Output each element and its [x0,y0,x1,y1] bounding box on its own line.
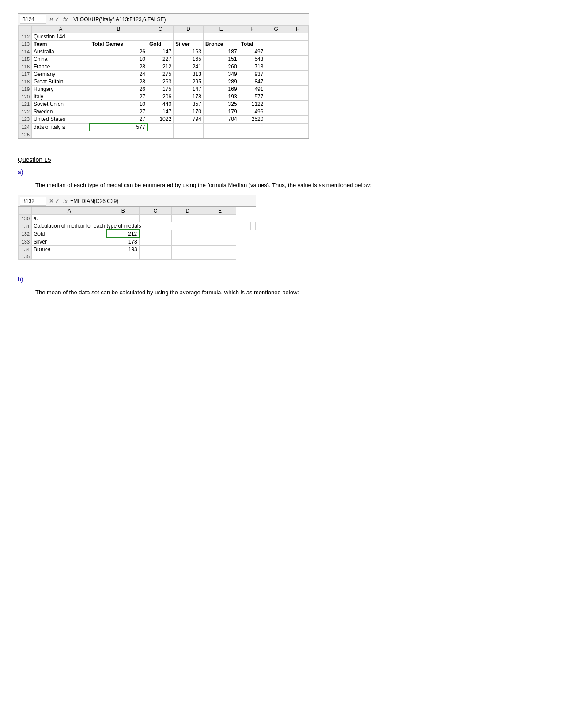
cell[interactable] [32,253,107,260]
cell[interactable] [251,222,256,230]
cell[interactable] [287,48,309,56]
cell[interactable]: 704 [203,116,239,124]
cell[interactable]: 295 [174,78,204,86]
cell[interactable]: Australia [32,48,90,56]
cell[interactable] [287,86,309,93]
cell[interactable]: a. [32,215,107,222]
cell[interactable]: Gold [147,41,174,48]
cell[interactable] [204,238,236,246]
cell[interactable]: 147 [174,86,204,93]
cell[interactable] [203,123,239,131]
cell[interactable]: Bronze [203,41,239,48]
cell[interactable] [32,131,90,138]
cell[interactable]: 577 [90,123,147,131]
cell[interactable]: China [32,56,90,63]
cell[interactable]: 27 [90,108,147,116]
cell[interactable]: Soviet Union [32,101,90,108]
cell[interactable]: 313 [174,71,204,78]
cell[interactable] [90,33,147,41]
cell[interactable]: France [32,63,90,71]
cell[interactable]: 193 [203,93,239,101]
cell[interactable] [287,71,309,78]
cell[interactable]: 937 [239,71,265,78]
cell[interactable] [265,41,287,48]
cell[interactable]: 847 [239,78,265,86]
cell[interactable]: Calculation of median for each type of m… [32,222,236,230]
cell[interactable]: 263 [147,78,174,86]
cell[interactable] [287,93,309,101]
cell[interactable] [287,78,309,86]
cell[interactable]: 491 [239,86,265,93]
cell[interactable]: 1122 [239,101,265,108]
cell[interactable]: 289 [203,78,239,86]
cell[interactable] [236,222,241,230]
cell[interactable] [265,108,287,116]
cell[interactable]: data of italy a [32,123,90,131]
cell[interactable]: 357 [174,101,204,108]
cell[interactable] [147,33,174,41]
cell[interactable]: 2520 [239,116,265,124]
cell[interactable] [265,78,287,86]
cell[interactable] [265,71,287,78]
cell[interactable] [246,222,251,230]
cell[interactable]: 497 [239,48,265,56]
cell[interactable] [265,116,287,124]
cell[interactable]: 179 [203,108,239,116]
cell[interactable]: 212 [107,230,139,238]
cell[interactable]: 27 [90,93,147,101]
cell[interactable]: Hungary [32,86,90,93]
cell[interactable] [287,123,309,131]
cell[interactable]: 260 [203,63,239,71]
cell[interactable] [174,123,204,131]
cell[interactable] [239,131,265,138]
cell[interactable] [287,108,309,116]
cell[interactable] [203,33,239,41]
cell[interactable] [265,86,287,93]
cell[interactable] [171,238,204,246]
cell[interactable]: Total Games [90,41,147,48]
cell-ref-2[interactable]: B132 [20,197,46,206]
cell[interactable]: 275 [147,71,174,78]
cell[interactable]: 178 [174,93,204,101]
cell[interactable]: Total [239,41,265,48]
cell[interactable] [90,131,147,138]
cell[interactable]: 169 [203,86,239,93]
cell[interactable]: 206 [147,93,174,101]
cell[interactable]: Team [32,41,90,48]
cell[interactable]: 151 [203,56,239,63]
cell[interactable] [265,63,287,71]
cell[interactable] [203,131,239,138]
cell[interactable]: 325 [203,101,239,108]
cell[interactable]: 175 [147,86,174,93]
cell[interactable]: United States [32,116,90,124]
cell[interactable] [107,253,139,260]
cell[interactable]: Germany [32,71,90,78]
cell[interactable]: 27 [90,116,147,124]
cell[interactable] [265,93,287,101]
cell[interactable] [171,230,204,238]
cell[interactable]: 349 [203,71,239,78]
cell[interactable]: 163 [174,48,204,56]
cell[interactable] [287,131,309,138]
cell[interactable] [171,253,204,260]
cell[interactable]: 577 [239,93,265,101]
formula-text-2[interactable]: =MEDIAN(C26:C39) [70,198,254,204]
cell[interactable] [107,215,139,222]
cell[interactable]: 496 [239,108,265,116]
cell[interactable] [239,123,265,131]
cell[interactable]: Sweden [32,108,90,116]
cell[interactable]: 28 [90,63,147,71]
cell[interactable]: 178 [107,238,139,246]
cell[interactable] [171,215,204,222]
cell[interactable] [265,131,287,138]
cell[interactable]: Silver [174,41,204,48]
cell[interactable]: 26 [90,86,147,93]
cell[interactable]: 147 [147,48,174,56]
cell[interactable]: 543 [239,56,265,63]
cell[interactable] [147,131,174,138]
cell[interactable] [287,101,309,108]
cell[interactable] [204,215,236,222]
cell[interactable] [147,123,174,131]
cell[interactable] [139,230,171,238]
cell[interactable]: 10 [90,56,147,63]
